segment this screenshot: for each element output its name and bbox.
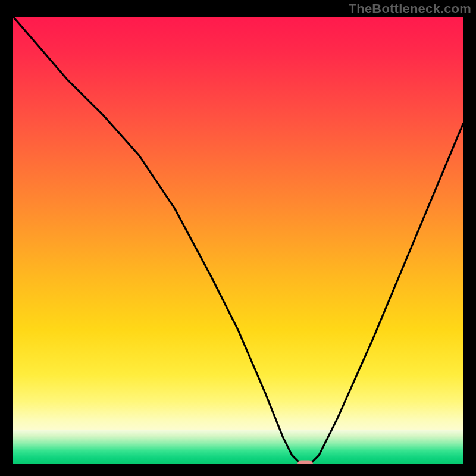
curve-path <box>13 17 463 464</box>
chart-frame: TheBottleneck.com <box>0 0 476 476</box>
trough-marker <box>298 461 313 465</box>
watermark-text: TheBottleneck.com <box>349 1 471 17</box>
bottleneck-curve <box>13 17 463 464</box>
plot-area <box>13 17 463 464</box>
